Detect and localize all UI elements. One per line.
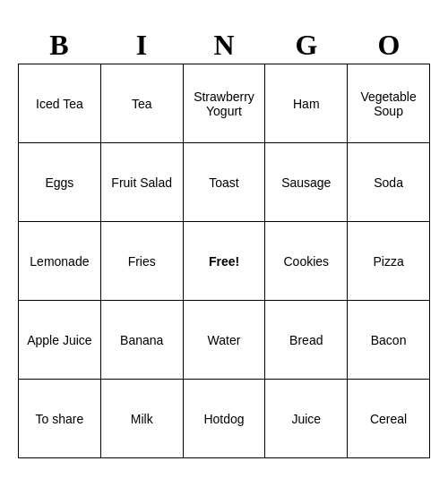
grid-cell-2-4: Pizza: [348, 222, 430, 301]
grid-cell-3-0: Apple Juice: [19, 301, 101, 380]
grid-cell-1-3: Sausage: [265, 143, 348, 222]
grid-row-3: Apple JuiceBananaWaterBreadBacon: [19, 301, 430, 380]
grid-cell-4-4: Cereal: [348, 380, 430, 458]
grid-cell-3-4: Bacon: [348, 301, 430, 380]
grid-cell-1-2: Toast: [183, 143, 265, 222]
grid-cell-2-0: Lemonade: [19, 222, 101, 301]
grid-row-2: LemonadeFriesFree!CookiesPizza: [19, 222, 430, 301]
grid-cell-4-1: Milk: [100, 380, 183, 458]
grid-cell-0-4: Vegetable Soup: [348, 64, 430, 143]
grid-cell-0-3: Ham: [265, 64, 348, 143]
grid-cell-2-1: Fries: [100, 222, 183, 301]
header-letter-b: B: [18, 29, 100, 62]
grid-cell-4-3: Juice: [265, 380, 348, 458]
bingo-card: BINGO Iced TeaTeaStrawberry YogurtHamVeg…: [18, 29, 430, 458]
grid-cell-3-1: Banana: [100, 301, 183, 380]
header-letter-o: O: [348, 29, 430, 62]
bingo-grid: Iced TeaTeaStrawberry YogurtHamVegetable…: [18, 64, 430, 458]
grid-cell-0-0: Iced Tea: [19, 64, 101, 143]
header-letter-n: N: [183, 29, 265, 62]
bingo-header: BINGO: [18, 29, 430, 62]
grid-cell-4-2: Hotdog: [183, 380, 265, 458]
grid-cell-1-0: Eggs: [19, 143, 101, 222]
grid-cell-1-4: Soda: [348, 143, 430, 222]
grid-cell-2-3: Cookies: [265, 222, 348, 301]
header-letter-g: G: [265, 29, 348, 62]
grid-row-0: Iced TeaTeaStrawberry YogurtHamVegetable…: [19, 64, 430, 143]
grid-cell-2-2: Free!: [183, 222, 265, 301]
header-letter-i: I: [100, 29, 183, 62]
grid-cell-3-2: Water: [183, 301, 265, 380]
grid-cell-4-0: To share: [19, 380, 101, 458]
grid-cell-0-1: Tea: [100, 64, 183, 143]
grid-cell-0-2: Strawberry Yogurt: [183, 64, 265, 143]
grid-row-4: To shareMilkHotdogJuiceCereal: [19, 380, 430, 458]
grid-row-1: EggsFruit SaladToastSausageSoda: [19, 143, 430, 222]
grid-cell-3-3: Bread: [265, 301, 348, 380]
grid-cell-1-1: Fruit Salad: [100, 143, 183, 222]
